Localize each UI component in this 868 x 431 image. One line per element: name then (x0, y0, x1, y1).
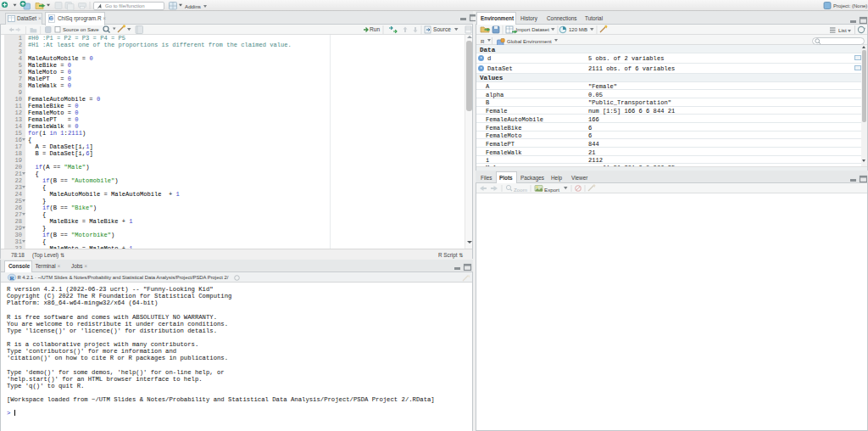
svg-text:R: R (50, 16, 53, 21)
